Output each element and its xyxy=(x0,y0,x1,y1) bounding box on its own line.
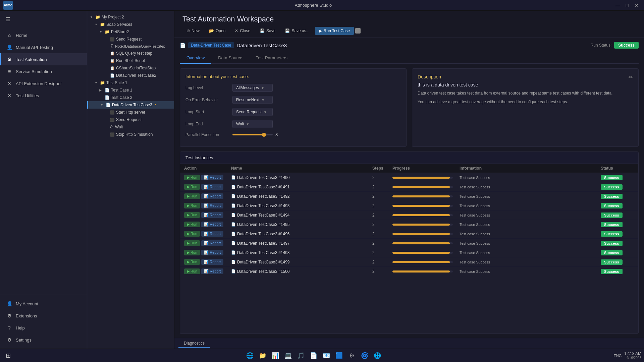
tree-item-soap-services[interactable]: ▼ 📁 Soap Services xyxy=(87,21,174,28)
run-button[interactable]: ▶ Run xyxy=(184,268,200,274)
taskbar-music-icon[interactable]: 🎵 xyxy=(295,350,307,362)
minimize-button[interactable]: — xyxy=(614,3,622,8)
sidebar-item-home[interactable]: ⌂ Home xyxy=(0,29,87,41)
edit-description-button[interactable]: ✏ xyxy=(629,74,633,80)
tab-test-parameters[interactable]: Test Parameters xyxy=(249,53,294,64)
loop-end-value: Wait xyxy=(236,122,244,126)
tree-item-test-case-2[interactable]: 📄 Test Case 2 xyxy=(87,94,174,101)
tree-item-test-case-1[interactable]: ▶ 📄 Test Case 1 xyxy=(87,86,174,94)
tab-data-source[interactable]: Data Source xyxy=(211,53,249,64)
tree-item-send-request-1[interactable]: ⬛ Send Request xyxy=(87,36,174,43)
on-error-select[interactable]: ResumeNext ▼ xyxy=(232,96,273,104)
start-button[interactable]: ⊞ xyxy=(3,350,13,361)
taskbar-terminal-icon[interactable]: 💻 xyxy=(282,350,294,362)
run-button[interactable]: ▶ Run xyxy=(184,222,200,227)
taskbar-outlook-icon[interactable]: 📧 xyxy=(320,350,332,362)
tree-item-nosql-step[interactable]: 🗄 NoSqlDatabaseQueryTestStep xyxy=(87,43,174,50)
tree-item-start-http[interactable]: ⬛ Start Http server xyxy=(87,109,174,116)
sidebar-nav: ⌂ Home 👤 Manual API Testing ⚙ Test Autom… xyxy=(0,28,87,295)
run-button[interactable]: ▶ Run xyxy=(184,231,200,237)
tab-overview[interactable]: Overview xyxy=(180,53,211,64)
log-level-value: AllMessages xyxy=(236,85,259,90)
run-button[interactable]: ▶ Run xyxy=(184,175,200,180)
report-button[interactable]: 📊 Report xyxy=(201,240,223,246)
taskbar-onenote-icon[interactable]: 🟦 xyxy=(333,350,345,362)
progress-cell xyxy=(392,224,460,226)
taskbar-file-explorer-icon[interactable]: 📁 xyxy=(257,350,269,362)
sidebar-item-my-account[interactable]: 👤 My Account xyxy=(0,298,87,310)
action-cell: ▶ Run 📊 Report xyxy=(184,222,231,227)
close-button[interactable]: ✕ Close xyxy=(231,27,254,35)
report-button[interactable]: 📊 Report xyxy=(201,212,223,218)
run-button[interactable]: ▶ Run xyxy=(184,212,200,218)
save-button[interactable]: 💾 Save xyxy=(256,27,279,35)
report-button[interactable]: 📊 Report xyxy=(201,184,223,190)
taskbar-edge-icon[interactable]: 🌐 xyxy=(244,350,256,362)
tree-item-wait[interactable]: ⏱ Wait xyxy=(87,123,174,131)
log-level-control: AllMessages ▼ xyxy=(232,84,273,92)
tree-item-label: My Project 2 xyxy=(102,15,124,19)
steps-cell: 2 xyxy=(372,213,392,218)
sidebar-item-service-simulation[interactable]: ≡ Service Simulation xyxy=(0,65,87,77)
run-button[interactable]: ▶ Run xyxy=(184,193,200,199)
diagnostics-tab[interactable]: Diagnostics xyxy=(178,340,210,348)
run-button[interactable]: ▶ Run xyxy=(184,240,200,246)
log-level-select[interactable]: AllMessages ▼ xyxy=(232,84,273,92)
close-button[interactable]: ✕ xyxy=(633,3,641,8)
run-test-case-button[interactable]: ▶ Run Test Case xyxy=(315,27,354,35)
report-button[interactable]: 📊 Report xyxy=(201,250,223,255)
sidebar-item-api-extension[interactable]: ✕ API Extension Designer xyxy=(0,77,87,89)
save-as-button[interactable]: 💾 Save as... xyxy=(281,27,313,35)
table-row: ▶ Run 📊 Report 📄 DataDriven TestCase3 #1… xyxy=(180,182,638,192)
stop-button[interactable] xyxy=(355,28,361,34)
taskbar-atmo-icon[interactable]: ⚙ xyxy=(346,350,358,362)
report-button[interactable]: 📊 Report xyxy=(201,175,223,180)
report-button[interactable]: 📊 Report xyxy=(201,203,223,208)
tree-item-datadriven-tc2[interactable]: 📄 DataDriven TestCase2 xyxy=(87,72,174,79)
run-button[interactable]: ▶ Run xyxy=(184,203,200,208)
sidebar-item-test-utilities[interactable]: ✕ Test Utilities xyxy=(0,89,87,102)
loop-start-select[interactable]: Send Request ▼ xyxy=(232,108,273,116)
tree-item-send-request-2[interactable]: ⬛ Send Request xyxy=(87,116,174,123)
sidebar-item-help[interactable]: ? Help xyxy=(0,322,87,334)
parallel-slider[interactable]: 8 xyxy=(232,132,278,137)
tree-item-stop-http[interactable]: ⬛ Stop Http Simulation xyxy=(87,131,174,138)
report-button[interactable]: 📊 Report xyxy=(201,259,223,265)
sidebar-item-settings[interactable]: ⚙ Settings xyxy=(0,334,87,346)
tree-item-csharp-step[interactable]: 📋 CSharpScriptTestStep xyxy=(87,64,174,72)
report-button[interactable]: 📊 Report xyxy=(201,222,223,227)
action-cell: ▶ Run 📊 Report xyxy=(184,268,231,274)
sidebar-item-test-automation[interactable]: ⚙ Test Automation xyxy=(0,53,87,65)
maximize-button[interactable]: □ xyxy=(623,3,631,8)
report-button[interactable]: 📊 Report xyxy=(201,193,223,199)
new-button[interactable]: ⊕ New xyxy=(182,27,204,35)
col-action: Action xyxy=(184,166,231,171)
loop-end-select[interactable]: Wait ▼ xyxy=(232,120,273,128)
report-button[interactable]: 📊 Report xyxy=(201,268,223,274)
run-button[interactable]: ▶ Run xyxy=(184,259,200,265)
tree-item-label: CSharpScriptTestStep xyxy=(116,66,156,70)
step-icon: 📋 xyxy=(110,51,115,56)
tree-item-label: Test Suite 1 xyxy=(106,80,127,85)
main-content: Test Automation Workspace ⊕ New 📂 Open ✕… xyxy=(174,11,644,349)
sidebar-hamburger-icon[interactable]: ☰ xyxy=(0,13,87,25)
tree-item-test-suite-1[interactable]: ▼ 📁 Test Suite 1 xyxy=(87,79,174,86)
tree-item-petstore2[interactable]: ▼ 📁 PetStore2 xyxy=(87,28,174,36)
run-button[interactable]: ▶ Run xyxy=(184,184,200,190)
tree-item-my-project[interactable]: ▼ 📁 My Project 2 xyxy=(87,13,174,21)
taskbar-excel-icon[interactable]: 📊 xyxy=(269,350,281,362)
tree-item-run-shell[interactable]: 📋 Run Shell Script xyxy=(87,57,174,64)
tree-item-datadriven-tc3[interactable]: ▼ 📄 DataDriven TestCase3 • xyxy=(87,101,174,109)
report-button[interactable]: 📊 Report xyxy=(201,231,223,237)
open-button[interactable]: 📂 Open xyxy=(205,27,229,35)
sidebar-item-label: Extensions xyxy=(16,313,37,318)
taskbar-tool2-icon[interactable]: 🌀 xyxy=(359,350,371,362)
taskbar-browser-icon[interactable]: 🌐 xyxy=(371,350,383,362)
tree-item-sql-step[interactable]: 📋 SQL Query test step xyxy=(87,50,174,57)
run-button[interactable]: ▶ Run xyxy=(184,250,200,255)
table-row: ▶ Run 📊 Report 📄 DataDriven TestCase3 #1… xyxy=(180,210,638,220)
sidebar-item-extensions[interactable]: ⚙ Extensions xyxy=(0,310,87,322)
sidebar-item-manual-api[interactable]: 👤 Manual API Testing xyxy=(0,41,87,53)
name-cell: 📄 DataDriven TestCase3 #1497 xyxy=(231,241,372,246)
taskbar-word-icon[interactable]: 📄 xyxy=(308,350,320,362)
